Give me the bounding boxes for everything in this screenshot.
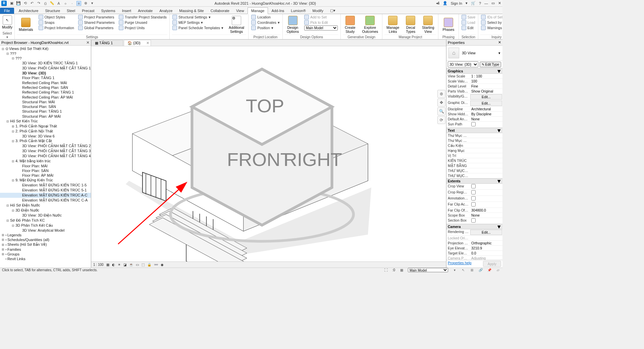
help-icon[interactable]: ? [479,1,481,5]
prop-row[interactable]: Rendering Set...Edit... [446,229,502,236]
tree-hskt[interactable]: ⊟Hồ Sơ Kiến Trúc [0,119,91,124]
snaps-button[interactable]: Snaps [38,20,75,25]
tree-q2[interactable]: ⊟??? [0,56,91,61]
prop-value[interactable] [470,190,502,195]
tree-view-item[interactable]: Reflected Ceiling Plan: TẦNG 1 [0,90,91,95]
qat-redo-icon[interactable]: ↷ [36,1,41,6]
prop-value[interactable]: Orthographic [470,241,502,245]
instance-select[interactable]: 3D View: {3D} [448,61,478,67]
prop-row[interactable]: Target Elevation0.0 [446,251,502,256]
prop-checkbox[interactable] [471,190,476,194]
transfer-standards-button[interactable]: Transfer Project Standards [118,15,167,19]
view-tab-3d[interactable]: 🏠 {3D}✕ [124,40,151,46]
starting-view-button[interactable]: Starting View [420,15,436,35]
prop-value[interactable] [470,168,502,173]
tree-view-item[interactable]: Structural Plan: TẦNG 1 [0,109,91,114]
qat-switch-icon[interactable]: ▾ [90,1,95,6]
tree-hsdn[interactable]: ⊟Hồ Sơ Điện Nước [0,203,91,208]
modify-button[interactable]: ↖ Modify [2,15,12,30]
status-icon[interactable]: ⛶ [384,268,388,272]
tab-manage[interactable]: Manage [248,7,268,14]
project-parameters-button[interactable]: Project Parameters [77,15,115,19]
tree-view-item[interactable]: 3D View: 3D KIẾN TRÚC TẦNG 1 [0,61,91,66]
tab-modify[interactable]: Modify [309,8,327,14]
prop-row[interactable]: KIẾN TRÚC [446,158,502,163]
qat-measure-icon[interactable]: 📏 [50,1,54,6]
visual-style-icon[interactable]: ◐ [112,263,115,267]
prop-row[interactable]: Annotation Cr... [446,196,502,202]
qat-undo-icon[interactable]: ↶ [30,1,34,6]
select-by-id-button[interactable]: Select by ID [480,20,502,25]
prop-value[interactable]: None [470,117,502,121]
explore-outcomes-button[interactable]: Explore Outcomes [360,15,380,35]
detail-level-icon[interactable]: ▦ [106,263,109,267]
tab-file[interactable]: File [0,8,14,14]
fullnav-button[interactable]: ⊚ [437,90,445,98]
prop-value[interactable]: 304800.0 [470,208,502,213]
tree-view-item[interactable]: 3D View: PHỐI CẢNH MẶT CẮT TẦNG 4 [0,154,91,159]
status-model-select[interactable]: Main Model [408,268,448,272]
status-drag-icon[interactable]: ⊞ [470,268,474,272]
prop-value[interactable] [470,163,502,168]
prop-category[interactable]: Camera⯆ [446,224,502,229]
rendering-icon[interactable]: ☕ [129,263,133,267]
tab-precast[interactable]: Precast [78,8,98,14]
prop-value[interactable] [470,196,502,201]
qat-text-icon[interactable]: A [56,1,61,6]
prop-value[interactable]: Edit... [470,94,502,100]
qat-sync-icon[interactable]: ⟲ [23,1,28,6]
project-units-button[interactable]: Project Units [118,25,167,30]
main-model-dropdown[interactable]: Main Model [304,25,338,31]
prop-row[interactable]: Cấu Kiện [446,143,502,148]
shared-parameters-button[interactable]: Shared Parameters [77,20,115,25]
view-tab-close-icon[interactable]: ✕ [146,41,149,45]
edit-type-button[interactable]: ✎ Edit Type [480,62,501,67]
tab-insert[interactable]: Insert [119,8,135,14]
minimize-button[interactable]: — [484,1,488,5]
tab-systems[interactable]: Systems [98,8,118,14]
prop-row[interactable]: Far Clip Active [446,202,502,208]
status-link-icon[interactable]: 🔗 [478,268,483,272]
qat-close-icon[interactable]: ⊗ [83,1,88,6]
purge-unused-button[interactable]: Purge Unused [118,20,167,25]
edit-selection-button[interactable]: Edit [461,25,476,30]
tree-families[interactable]: ⊞▫ Families [0,247,91,252]
cart-icon[interactable]: 🛒 [471,1,476,5]
prop-row[interactable]: MẶT BẰNG [446,163,502,168]
qat-open-icon[interactable]: ▣ [9,1,14,6]
tree-view-item[interactable]: Floor Plan: TẦNG 1 [0,75,91,80]
tab-addins[interactable]: Add-Ins [268,8,287,14]
status-model-icon[interactable]: ▦ [399,268,404,272]
reveal-icon[interactable]: ◉ [161,263,164,267]
prop-row[interactable]: Sun Path [446,122,502,128]
close-button[interactable]: ✕ [498,1,501,5]
tree-view-item[interactable]: Reflected Ceiling Plan: SÂN [0,85,91,90]
tab-annotate[interactable]: Annotate [135,8,156,14]
additional-settings-button[interactable]: ⚙ Additional Settings [227,15,246,35]
tab-analyze[interactable]: Analyze [156,8,176,14]
prop-row[interactable]: Graphic Displ...Edit... [446,100,502,107]
tree-group[interactable]: ⊟3D Phân Tích Kết Cấu [0,223,91,228]
structural-settings-button[interactable]: Structural Settings ▾ [172,15,224,19]
prop-row[interactable]: THƯ MỤC CH... [446,168,502,173]
crop-icon[interactable]: ▭ [136,263,139,267]
prop-category[interactable]: Extents⯆ [446,178,502,184]
prop-value[interactable]: None [470,213,502,218]
status-filter-icon[interactable]: ▾ [452,268,457,272]
prop-value[interactable] [470,138,502,143]
tree-schedules[interactable]: ⊞▫ Schedules/Quantities (all) [0,237,91,242]
qat-print-icon[interactable]: ⎙ [43,1,48,6]
global-parameters-button[interactable]: Global Parameters [77,25,115,30]
prop-row[interactable]: Thư Mục Chính [446,133,502,138]
tree-view-item[interactable]: Structural Plan: ÁP MÁI [0,114,91,119]
crop-region-icon[interactable]: ⬚ [142,263,145,267]
tree-view-item-active[interactable]: 3D View: {3D} [0,71,91,75]
prop-value[interactable] [470,218,502,224]
prop-checkbox[interactable] [471,218,476,223]
user-icon[interactable]: 👤 [443,1,447,5]
signin-dropdown-icon[interactable]: ▾ [466,1,468,5]
tree-view-item[interactable]: 3D View: 3D View 6 [0,134,91,138]
tab-steel[interactable]: Steel [63,8,78,14]
tree-legends[interactable]: ⊞▫ Legends [0,233,91,237]
prop-row[interactable]: Eye Elevation3210.9 [446,246,502,251]
